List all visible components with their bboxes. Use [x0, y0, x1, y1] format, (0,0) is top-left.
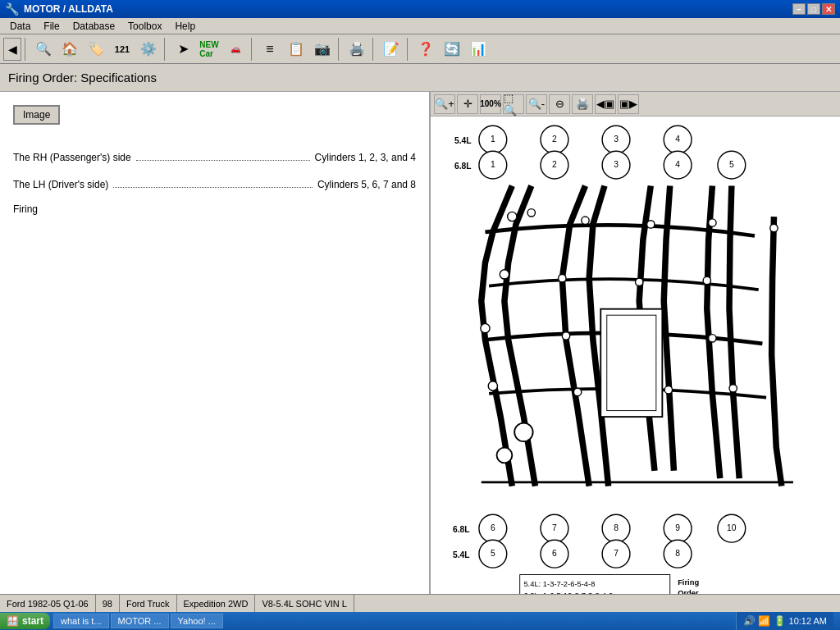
taskbar-btn-1[interactable]: what is t... — [53, 614, 109, 628]
taskbar-btn-3-label: Yahoo! ... — [178, 616, 216, 626]
img-prev-button[interactable]: ◀▣ — [595, 94, 616, 114]
page-title: Firing Order: Specifications — [8, 71, 157, 84]
svg-point-2 — [527, 209, 535, 217]
app-icon: 🔧 — [5, 2, 19, 16]
img-zoom-rect-button[interactable]: ⬚🔍 — [503, 94, 524, 114]
rh-label: The RH (Passenger's) side — [13, 152, 131, 163]
toolbar-separator4 — [338, 38, 341, 61]
diagram-area: 5.4L 1 6.8L 1 2 2 3 3 4 4 — [431, 116, 840, 594]
cyl-2-top-text: 2 — [552, 135, 557, 144]
cyl-8-bot-text: 8 — [614, 523, 619, 532]
right-panel: 🔍+ ✛ 100% ⬚🔍 🔍- ⊖ 🖨️ ◀▣ ▣▶ 5.4L 1 6.8L 1 — [431, 92, 840, 594]
taskbar-btn-3[interactable]: Yahoo! ... — [171, 614, 223, 628]
firing-order-label1: Firing — [678, 578, 699, 587]
svg-point-15 — [488, 381, 497, 390]
cyl-7-bot-text: 7 — [552, 523, 557, 532]
sys-tray-icons: 🔊 📶 🔋 — [743, 615, 786, 627]
maximize-button[interactable]: □ — [807, 3, 820, 15]
taskbar-right: 🔊 📶 🔋 10:12 AM — [736, 612, 840, 630]
cyl-5b-bot-text: 5 — [491, 549, 495, 558]
spec-line-rh: The RH (Passenger's) side Cylinders 1, 2… — [13, 149, 416, 163]
img-crosshair-button[interactable]: ✛ — [457, 94, 478, 114]
status-seg-4: Expedition 2WD — [177, 595, 256, 612]
cyl-3b-top-text: 3 — [614, 160, 619, 169]
svg-point-7 — [500, 270, 509, 279]
search-button[interactable]: 🔍 — [31, 37, 56, 62]
svg-point-4 — [647, 221, 655, 228]
car-button[interactable]: 🚗 — [223, 37, 248, 62]
cyl-8b-bot-text: 8 — [675, 549, 680, 558]
extra-button[interactable]: 📊 — [466, 37, 491, 62]
toolbar-separator — [25, 38, 28, 61]
menu-toolbox[interactable]: Toolbox — [121, 19, 168, 34]
taskbar-btn-2[interactable]: MOTOR ... — [111, 614, 169, 628]
arrow-button[interactable]: ➤ — [171, 37, 195, 62]
taskbar-btn-2-label: MOTOR ... — [118, 616, 162, 626]
rh-value: Cylinders 1, 2, 3, and 4 — [315, 152, 416, 163]
menu-help[interactable]: Help — [168, 19, 202, 34]
menu-file[interactable]: File — [37, 19, 66, 34]
close-button[interactable]: ✕ — [822, 3, 835, 15]
cyl-1-top-text: 1 — [491, 135, 495, 144]
spec-line-lh: The LH (Driver's side) Cylinders 5, 6, 7… — [13, 176, 416, 190]
engine-68L-top-label: 6.8L — [454, 162, 472, 171]
start-button[interactable]: 🪟 start — [0, 613, 50, 629]
minimize-button[interactable]: – — [792, 3, 806, 15]
status-bar: Ford 1982-05 Q1-06 98 Ford Truck Expedit… — [0, 594, 840, 612]
rh-dots — [136, 149, 310, 161]
start-label: start — [22, 615, 43, 627]
cyl-6-bot-text: 6 — [491, 523, 495, 532]
svg-point-5 — [709, 219, 716, 226]
toolbar-separator6 — [407, 38, 410, 61]
svg-point-3 — [582, 217, 589, 224]
engine-body — [477, 185, 793, 486]
lh-value: Cylinders 5, 6, 7 and 8 — [317, 179, 416, 190]
svg-point-14 — [709, 335, 716, 342]
svg-point-9 — [636, 278, 643, 285]
svg-point-11 — [481, 324, 490, 333]
home-button[interactable]: 🏠 — [57, 37, 82, 62]
refresh-button[interactable]: 🔄 — [440, 37, 464, 62]
num-button[interactable]: 121 — [110, 37, 135, 62]
settings-button[interactable]: ⚙️ — [136, 37, 161, 62]
svg-point-22 — [497, 448, 513, 463]
list2-button[interactable]: 📋 — [284, 37, 308, 62]
menu-bar: Data File Database Toolbox Help — [0, 18, 840, 34]
label-button[interactable]: 🏷️ — [84, 37, 108, 62]
back-button[interactable]: ◀ — [3, 38, 21, 61]
image-button[interactable]: Image — [13, 105, 60, 125]
img-100pct-button[interactable]: 100% — [480, 94, 501, 114]
img-zoom-in-button[interactable]: 🔍+ — [434, 94, 455, 114]
note-button[interactable]: 📝 — [379, 37, 404, 62]
lh-label: The LH (Driver's side) — [13, 179, 108, 190]
menu-data[interactable]: Data — [3, 19, 37, 34]
img-print-button[interactable]: 🖨️ — [572, 94, 593, 114]
window-controls: – □ ✕ — [792, 3, 835, 15]
img-zoom-out2-button[interactable]: ⊖ — [549, 94, 570, 114]
print-button[interactable]: 🖨️ — [345, 37, 369, 62]
status-seg-3: Ford Truck — [120, 595, 177, 612]
svg-point-18 — [729, 385, 737, 392]
page-title-bar: Firing Order: Specifications — [0, 64, 840, 92]
app-title: MOTOR / ALLDATA — [24, 3, 792, 15]
camera-button[interactable]: 📷 — [310, 37, 335, 62]
help-button[interactable]: ❓ — [413, 37, 438, 62]
engine-54L-top-label: 5.4L — [454, 136, 472, 145]
main-content: Image The RH (Passenger's) side Cylinder… — [0, 92, 840, 594]
toolbar-separator5 — [372, 38, 376, 61]
cyl-7b-bot-text: 7 — [614, 549, 619, 558]
firing-order-68L-text: 6.8L: 1-6-5-10-2-7-3-8-4-9 — [523, 591, 613, 594]
svg-point-10 — [703, 276, 710, 284]
img-next-button[interactable]: ▣▶ — [618, 94, 639, 114]
cyl-9-bot-text: 9 — [675, 523, 680, 532]
svg-point-6 — [770, 224, 778, 231]
cyl-10-bot-text: 10 — [727, 523, 737, 532]
taskbar-btn-1-label: what is t... — [61, 616, 102, 626]
list-button[interactable]: ≡ — [258, 37, 282, 62]
new-car-button[interactable]: NEWCar — [197, 37, 221, 62]
cyl-4b-top-text: 4 — [675, 160, 680, 169]
menu-database[interactable]: Database — [66, 19, 121, 34]
left-panel: Image The RH (Passenger's) side Cylinder… — [0, 92, 431, 594]
img-zoom-out-button[interactable]: 🔍- — [526, 94, 547, 114]
cyl-4-top-text: 4 — [675, 135, 680, 144]
